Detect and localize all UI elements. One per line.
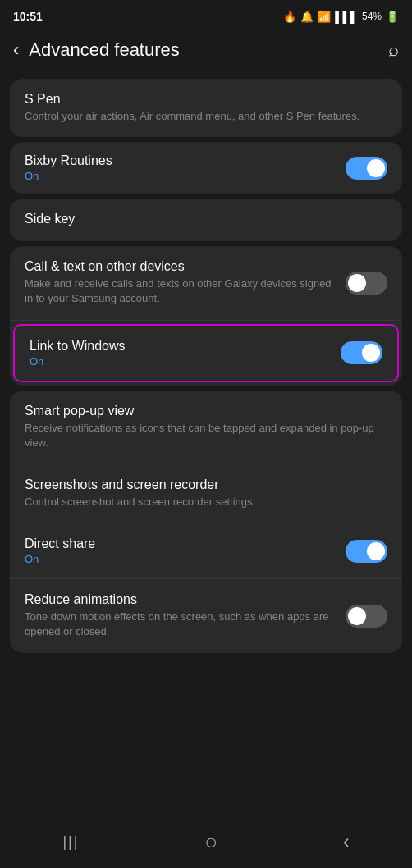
side-key-title: Side key [25, 212, 387, 226]
status-bar: 10:51 🔥 🔔 📶 ▌▌▌ 54% 🔋 [0, 0, 412, 30]
direct-share-text: Direct share On [25, 537, 336, 565]
call-text-toggle[interactable] [346, 272, 387, 295]
content-area: S Pen Control your air actions, Air comm… [0, 74, 412, 812]
s-pen-item[interactable]: S Pen Control your air actions, Air comm… [10, 79, 402, 137]
page-title: Advanced features [29, 39, 179, 61]
side-key-item[interactable]: Side key [10, 199, 402, 241]
direct-share-title: Direct share [25, 537, 336, 551]
bixby-routines-item[interactable]: Bixby Routines On [10, 142, 402, 194]
bixby-routines-text: Bixby Routines On [25, 153, 336, 182]
direct-share-toggle-thumb [367, 542, 385, 560]
direct-share-toggle[interactable] [346, 540, 387, 563]
smart-popup-title: Smart pop-up view [25, 404, 378, 418]
reduce-animations-subtitle: Tone down motion effects on the screen, … [25, 610, 336, 639]
link-to-windows-toggle-track [341, 341, 382, 364]
bixby-routines-toggle-thumb [367, 159, 385, 177]
link-to-windows-toggle-thumb [362, 344, 380, 362]
s-pen-title: S Pen [25, 92, 387, 107]
bixby-routines-title: Bixby Routines [25, 153, 336, 168]
search-icon[interactable]: ⌕ [388, 39, 399, 61]
screenshots-item[interactable]: Screenshots and screen recorder Control … [10, 464, 402, 523]
bixby-routines-toggle[interactable] [346, 157, 387, 180]
direct-share-status: On [25, 553, 336, 565]
link-to-windows-status: On [30, 355, 331, 368]
settings-group: Smart pop-up view Receive notifications … [10, 391, 402, 653]
link-to-windows-text: Link to Windows On [30, 339, 331, 368]
bottom-nav: ||| ○ ‹ [0, 820, 412, 868]
back-button[interactable]: ‹ [7, 36, 25, 64]
notification-icon: 🔔 [300, 11, 314, 23]
s-pen-subtitle: Control your air actions, Air command me… [25, 109, 387, 124]
smart-popup-subtitle: Receive notifications as icons that can … [25, 421, 378, 450]
reduce-animations-toggle-thumb [348, 607, 366, 625]
reduce-animations-item[interactable]: Reduce animations Tone down motion effec… [10, 579, 402, 652]
status-icons: 🔥 🔔 📶 ▌▌▌ 54% 🔋 [283, 11, 399, 23]
link-to-windows-title: Link to Windows [30, 339, 331, 354]
call-text-wrap: Call & text on other devices Make and re… [25, 259, 336, 306]
screenshots-text: Screenshots and screen recorder Control … [25, 477, 378, 509]
flame-icon: 🔥 [283, 11, 296, 23]
battery-icon: 🔋 [386, 11, 399, 23]
call-text-toggle-track [346, 272, 387, 295]
smart-popup-item[interactable]: Smart pop-up view Receive notifications … [10, 391, 402, 464]
status-time: 10:51 [13, 10, 43, 23]
reduce-animations-toggle[interactable] [346, 605, 387, 628]
header-left: ‹ Advanced features [7, 36, 180, 64]
screenshots-subtitle: Control screenshot and screen recorder s… [25, 495, 378, 509]
call-text-toggle-thumb [348, 274, 366, 292]
screenshots-title: Screenshots and screen recorder [25, 477, 378, 492]
home-button[interactable]: ○ [188, 823, 234, 861]
smart-popup-text: Smart pop-up view Receive notifications … [25, 404, 378, 450]
header: ‹ Advanced features ⌕ [0, 30, 412, 74]
back-nav-button[interactable]: ‹ [327, 824, 366, 860]
battery-text: 54% [362, 11, 382, 22]
link-to-windows-toggle[interactable] [341, 341, 382, 364]
bixby-routines-status: On [25, 170, 336, 182]
call-text-item[interactable]: Call & text on other devices Make and re… [10, 246, 402, 320]
calls-link-group: Call & text on other devices Make and re… [10, 246, 402, 385]
bixby-routines-toggle-track [346, 157, 387, 180]
call-text-subtitle: Make and receive calls and texts on othe… [25, 276, 336, 306]
reduce-animations-text: Reduce animations Tone down motion effec… [25, 592, 336, 639]
recent-apps-button[interactable]: ||| [46, 827, 95, 857]
direct-share-toggle-track [346, 540, 387, 563]
signal-icon: ▌▌▌ [335, 11, 358, 23]
call-text-title: Call & text on other devices [25, 259, 336, 274]
reduce-animations-title: Reduce animations [25, 592, 336, 607]
direct-share-item[interactable]: Direct share On [10, 523, 402, 579]
reduce-animations-toggle-track [346, 605, 387, 628]
link-to-windows-item[interactable]: Link to Windows On [13, 324, 399, 382]
wifi-icon: 📶 [318, 11, 331, 23]
